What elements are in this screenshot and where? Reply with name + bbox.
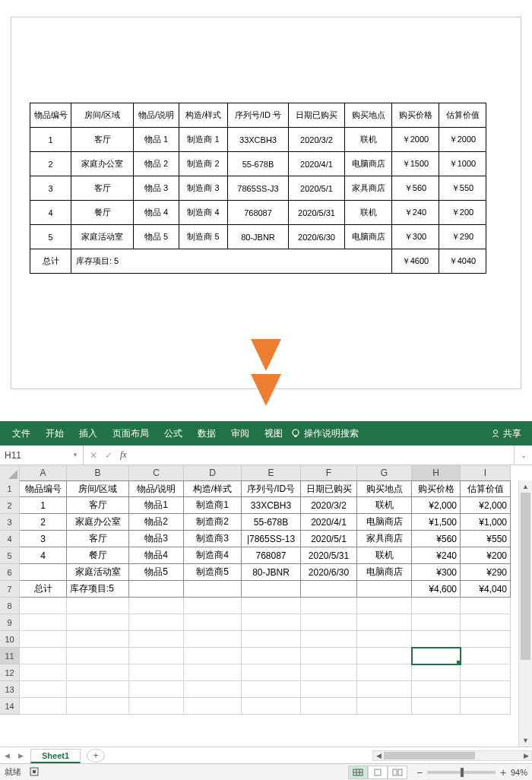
table-row: 8 [0, 598, 511, 614]
table-row: 43客厅物品3制造商3|7865SS-132020/5/1家具商店¥560¥55… [0, 531, 511, 547]
zoom-in-button[interactable]: + [499, 766, 508, 778]
scroll-right-icon[interactable]: ▶ [521, 752, 531, 759]
table-row: 1 物品编号 房间/区域 物品/说明 构造/样式 序列号/ID号 日期已购买 购… [0, 480, 511, 497]
expand-formula-bar-icon[interactable]: ⌄ [514, 445, 532, 465]
ribbon-tab-formulas[interactable]: 公式 [157, 421, 190, 445]
select-all-corner[interactable] [0, 465, 20, 480]
col-header: 物品编号 [30, 103, 71, 128]
table-row: 32家庭办公室物品2制造商255-678B2020/4/1电脑商店¥1,500¥… [0, 514, 511, 531]
svg-rect-6 [33, 770, 36, 773]
table-total-row: 总计 库存项目: 5 ￥4600 ￥4040 [30, 249, 486, 274]
col-header: 购买地点 [345, 103, 392, 128]
name-box[interactable]: H11 ▼ [0, 445, 84, 465]
col-header: 估算价值 [439, 103, 486, 128]
ribbon-tab-data[interactable]: 数据 [190, 421, 223, 445]
table-total-row: 7总计库存项目:5¥4,600¥4,040 [0, 581, 511, 598]
table-row: 4餐厅物品 4制造商 47680872020/5/31联机￥240￥200 [30, 201, 486, 225]
ribbon-tab-review[interactable]: 审阅 [223, 421, 257, 445]
ribbon: 文件 开始 插入 页面布局 公式 数据 审阅 视图 操作说明搜索 共享 [0, 421, 532, 445]
formula-bar-row: H11 ▼ ✕ ✓ fx ⌄ [0, 445, 532, 465]
table-row: 13 [0, 681, 511, 698]
scroll-thumb[interactable] [521, 493, 530, 660]
scroll-thumb[interactable] [384, 752, 475, 759]
ribbon-tab-home[interactable]: 开始 [38, 421, 71, 445]
share-button[interactable]: 共享 [485, 427, 527, 440]
table-row: 14 [0, 698, 511, 715]
scroll-left-icon[interactable]: ◀ [373, 752, 384, 759]
ribbon-tab-layout[interactable]: 页面布局 [105, 421, 157, 445]
spreadsheet-grid[interactable]: A B C D E F G H I 1 物品编号 房间/区域 物品/说明 构造/… [0, 465, 532, 747]
col-header-H[interactable]: H [412, 465, 461, 480]
page-layout-view-button[interactable] [368, 766, 388, 779]
pagebreak-icon [392, 769, 403, 776]
table-row: 54餐厅物品4制造商47680872020/5/31联机¥240¥200 [0, 547, 511, 564]
lightbulb-icon [290, 428, 301, 439]
col-header: 构造/样式 [179, 103, 228, 128]
fx-icon[interactable]: fx [120, 449, 127, 461]
table-row: 11 [0, 648, 511, 664]
col-header-F[interactable]: F [301, 465, 357, 480]
col-header-I[interactable]: I [461, 465, 511, 480]
add-sheet-button[interactable]: + [87, 749, 105, 763]
chevron-down-icon: ▼ [72, 452, 78, 458]
page-break-view-button[interactable] [388, 766, 407, 779]
horizontal-scrollbar[interactable]: ◀ ▶ [372, 750, 532, 761]
share-icon [491, 429, 500, 438]
col-header-C[interactable]: C [129, 465, 184, 480]
active-cell[interactable] [412, 648, 461, 664]
sheet-nav-next-icon[interactable]: ▶ [14, 752, 27, 759]
col-header-E[interactable]: E [242, 465, 301, 480]
rows-container: 1 物品编号 房间/区域 物品/说明 构造/样式 序列号/ID号 日期已购买 购… [0, 480, 511, 715]
table-row: 9 [0, 614, 511, 631]
status-bar: 就绪 − + 94% [0, 763, 532, 780]
ribbon-tab-view[interactable]: 视图 [257, 421, 290, 445]
col-header: 日期已购买 [289, 103, 345, 128]
cancel-icon[interactable]: ✕ [90, 450, 97, 461]
table-row: 10 [0, 631, 511, 648]
status-text: 就绪 [5, 766, 21, 778]
vertical-scrollbar[interactable]: ▲ ▼ [518, 480, 532, 747]
inventory-count: 库存项目: 5 [71, 249, 392, 274]
enter-icon[interactable]: ✓ [105, 450, 112, 461]
inventory-table: 物品编号 房间/区域 物品/说明 构造/样式 序列号/ID 号 日期已购买 购买… [30, 103, 486, 274]
total-value: ￥4040 [439, 249, 486, 274]
zoom-slider-handle[interactable] [461, 768, 464, 777]
col-header-D[interactable]: D [184, 465, 242, 480]
scroll-down-icon[interactable]: ▼ [519, 734, 532, 747]
sheet-tab-bar: ◀ ▶ Sheet1 + ◀ ▶ [0, 747, 532, 763]
grid-icon [353, 769, 363, 776]
scroll-up-icon[interactable]: ▲ [519, 480, 532, 493]
zoom-slider[interactable] [427, 771, 496, 774]
column-headers: A B C D E F G H I [0, 465, 511, 480]
excel-window: 文件 开始 插入 页面布局 公式 数据 审阅 视图 操作说明搜索 共享 H11 … [0, 421, 532, 780]
table-row: 21客厅物品1制造商133XCBH32020/3/2联机¥2,000¥2,000 [0, 497, 511, 514]
arrow-down-icon [248, 339, 284, 415]
total-price: ￥4600 [392, 249, 439, 274]
ribbon-tab-insert[interactable]: 插入 [71, 421, 105, 445]
sheet-nav-prev-icon[interactable]: ◀ [0, 752, 14, 759]
sheet-tab[interactable]: Sheet1 [30, 749, 81, 763]
svg-rect-3 [295, 436, 297, 437]
table-row: 3客厅物品 3制造商 37865SS-J32020/5/1家具商店￥560￥55… [30, 176, 486, 201]
formula-bar-buttons: ✕ ✓ fx [84, 449, 133, 461]
zoom-level[interactable]: 94% [511, 768, 527, 777]
tell-me-search[interactable]: 操作说明搜索 [290, 427, 359, 440]
col-header-B[interactable]: B [67, 465, 129, 480]
col-header: 序列号/ID 号 [228, 103, 289, 128]
table-header-row: 物品编号 房间/区域 物品/说明 构造/样式 序列号/ID 号 日期已购买 购买… [30, 103, 486, 128]
macro-record-icon[interactable] [29, 766, 40, 778]
col-header-A[interactable]: A [20, 465, 67, 480]
row-header[interactable]: 1 [0, 480, 20, 497]
normal-view-button[interactable] [348, 766, 368, 779]
table-row: 12 [0, 664, 511, 681]
table-row: 1客厅物品 1制造商 133XCBH32020/3/2联机￥2000￥2000 [30, 128, 486, 152]
svg-rect-12 [393, 769, 397, 775]
page-icon [372, 769, 383, 776]
ribbon-tab-file[interactable]: 文件 [5, 421, 38, 445]
col-header-G[interactable]: G [357, 465, 412, 480]
col-header: 物品/说明 [134, 103, 179, 128]
zoom-out-button[interactable]: − [415, 766, 424, 778]
svg-rect-13 [398, 769, 402, 775]
svg-marker-1 [251, 374, 281, 406]
table-row: 2家庭办公室物品 2制造商 255-678B2020/4/1电脑商店￥1500￥… [30, 152, 486, 176]
